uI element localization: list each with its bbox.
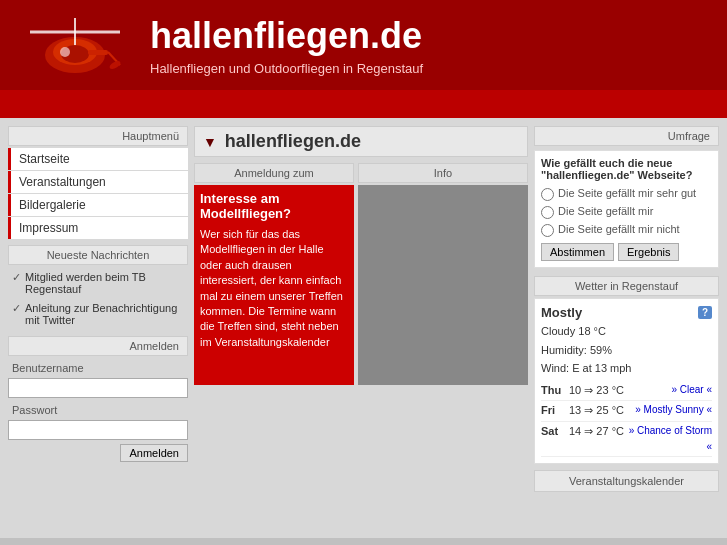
- radio-option-0[interactable]: [541, 188, 554, 201]
- wetter-forecast: Thu 10 ⇒ 23 °C » Clear « Fri 13 ⇒ 25 °C …: [541, 381, 712, 457]
- forecast-day-0: Thu: [541, 382, 569, 400]
- benutzername-input[interactable]: [8, 378, 188, 398]
- check-icon-1: ✓: [12, 302, 21, 315]
- sidebar-item-impressum[interactable]: Impressum: [8, 217, 188, 239]
- center-content: ▼ hallenfliegen.de Anmeldung zum Interes…: [194, 126, 528, 492]
- center-top-bar: ▼ hallenfliegen.de: [194, 126, 528, 157]
- forecast-row-0: Thu 10 ⇒ 23 °C » Clear «: [541, 381, 712, 402]
- sidebar-item-bildergalerie[interactable]: Bildergalerie: [8, 194, 188, 216]
- forecast-temps-0: 10 ⇒ 23 °C: [569, 382, 624, 400]
- passwort-label: Passwort: [8, 402, 188, 418]
- wetter-content: Mostly ? Cloudy 18 °C Humidity: 59% Wind…: [534, 298, 719, 464]
- sidebar-item-veranstaltungen[interactable]: Veranstaltungen: [8, 171, 188, 193]
- anmelden-header: Anmelden: [8, 336, 188, 356]
- forecast-day-2: Sat: [541, 423, 569, 455]
- wetter-title: Mostly ?: [541, 305, 712, 320]
- anmeldung-box: Anmeldung zum Interesse am Modellfliegen…: [194, 163, 354, 385]
- svg-point-7: [60, 47, 70, 57]
- umfrage-buttons: Abstimmen Ergebnis: [541, 243, 712, 261]
- wetter-humidity-line: Humidity: 59%: [541, 342, 712, 359]
- umfrage-question: Wie gefällt euch die neue "hallenfliegen…: [541, 157, 712, 181]
- anmeldung-header: Anmeldung zum: [194, 163, 354, 183]
- wetter-cloudy: Cloudy 18 °C: [541, 325, 606, 337]
- abstimmen-button[interactable]: Abstimmen: [541, 243, 614, 261]
- neueste-nachrichten-header: Neueste Nachrichten: [8, 245, 188, 265]
- sidebar-item-startseite[interactable]: Startseite: [8, 148, 188, 170]
- radio-label-0: Die Seite gefällt mir sehr gut: [558, 187, 696, 199]
- forecast-day-1: Fri: [541, 402, 569, 420]
- passwort-input[interactable]: [8, 420, 188, 440]
- wetter-cloudy-line: Cloudy 18 °C: [541, 323, 712, 340]
- radio-option-1[interactable]: [541, 206, 554, 219]
- veranstaltungskalender-button[interactable]: Veranstaltungskalender: [534, 470, 719, 492]
- layout: Hauptmenü Startseite Veranstaltungen Bil…: [8, 126, 719, 492]
- info-header: Info: [358, 163, 528, 183]
- site-title: hallenfliegen.de: [150, 15, 423, 57]
- wetter-header: Wetter in Regenstauf: [534, 276, 719, 296]
- right-sidebar: Umfrage Wie gefällt euch die neue "halle…: [534, 126, 719, 492]
- forecast-desc-1: » Mostly Sunny «: [624, 402, 712, 420]
- info-content-area: [358, 185, 528, 385]
- radio-item-2: Die Seite gefällt mir nicht: [541, 223, 712, 237]
- wetter-wind-line: Wind: E at 13 mph: [541, 360, 712, 377]
- header: hallenfliegen.de Hallenfliegen und Outdo…: [0, 0, 727, 90]
- ergebnis-button[interactable]: Ergebnis: [618, 243, 679, 261]
- news-item-text-1: Anleitung zur Benachrichtigung mit Twitt…: [25, 302, 184, 326]
- interest-title: Interesse am Modellfliegen?: [200, 191, 348, 221]
- radio-option-2[interactable]: [541, 224, 554, 237]
- nav-bar: [0, 90, 727, 118]
- interest-box: Interesse am Modellfliegen? Wer sich für…: [194, 185, 354, 385]
- wetter-humidity: Humidity: 59%: [541, 344, 612, 356]
- news-item-text-0: Mitglied werden beim TB Regenstauf: [25, 271, 184, 295]
- forecast-row-2: Sat 14 ⇒ 27 °C » Chance of Storm «: [541, 422, 712, 457]
- triangle-icon: ▼: [203, 134, 217, 150]
- benutzername-label: Benutzername: [8, 360, 188, 376]
- content-area: Anmeldung zum Interesse am Modellfliegen…: [194, 163, 528, 385]
- header-text: hallenfliegen.de Hallenfliegen und Outdo…: [150, 15, 423, 76]
- center-page-title: hallenfliegen.de: [225, 131, 361, 152]
- umfrage-content: Wie gefällt euch die neue "hallenfliegen…: [534, 150, 719, 268]
- check-icon-0: ✓: [12, 271, 21, 284]
- forecast-desc-2: » Chance of Storm «: [624, 423, 712, 455]
- anmelden-button[interactable]: Anmelden: [120, 444, 188, 462]
- wetter-info-icon[interactable]: ?: [698, 306, 712, 319]
- radio-item-0: Die Seite gefällt mir sehr gut: [541, 187, 712, 201]
- umfrage-header: Umfrage: [534, 126, 719, 146]
- radio-label-1: Die Seite gefällt mir: [558, 205, 653, 217]
- wetter-mostly: Mostly: [541, 305, 582, 320]
- news-item-0: ✓ Mitglied werden beim TB Regenstauf: [8, 269, 188, 297]
- radio-label-2: Die Seite gefällt mir nicht: [558, 223, 680, 235]
- hauptmenu-header: Hauptmenü: [8, 126, 188, 146]
- interest-text: Wer sich für das das Modellfliegen in de…: [200, 227, 348, 350]
- radio-item-1: Die Seite gefällt mir: [541, 205, 712, 219]
- news-item-1: ✓ Anleitung zur Benachrichtigung mit Twi…: [8, 300, 188, 328]
- svg-rect-5: [88, 50, 108, 55]
- forecast-desc-0: » Clear «: [624, 382, 712, 400]
- forecast-row-1: Fri 13 ⇒ 25 °C » Mostly Sunny «: [541, 401, 712, 422]
- main-wrapper: Hauptmenü Startseite Veranstaltungen Bil…: [0, 118, 727, 538]
- wetter-wind: Wind: E at 13 mph: [541, 362, 632, 374]
- site-tagline: Hallenfliegen und Outdoorfliegen in Rege…: [150, 61, 423, 76]
- forecast-temps-1: 13 ⇒ 25 °C: [569, 402, 624, 420]
- info-box: Info: [358, 163, 528, 385]
- forecast-temps-2: 14 ⇒ 27 °C: [569, 423, 624, 455]
- sidebar: Hauptmenü Startseite Veranstaltungen Bil…: [8, 126, 188, 492]
- logo: [20, 10, 130, 80]
